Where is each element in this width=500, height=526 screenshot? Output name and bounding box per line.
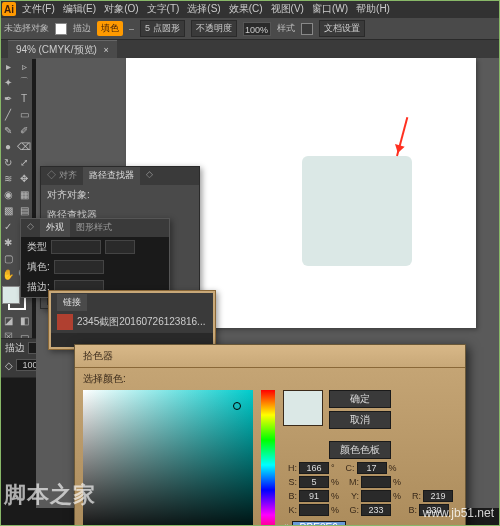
k-label: K: <box>283 505 297 515</box>
type-select[interactable] <box>51 240 101 254</box>
menu-select[interactable]: 选择(S) <box>185 2 222 16</box>
tab-align[interactable]: ◇ 对齐 <box>41 167 83 185</box>
menu-bar: Ai 文件(F) 编辑(E) 对象(O) 文字(T) 选择(S) 效果(C) 视… <box>0 0 500 18</box>
menu-edit[interactable]: 编辑(E) <box>61 2 98 16</box>
k-input[interactable] <box>299 504 329 516</box>
current-color-swatch <box>283 390 323 426</box>
appearance-panel: ◇ 外观 图形样式 类型 填色: 描边: <box>20 218 170 298</box>
fill-swatch[interactable] <box>55 23 67 35</box>
b-input[interactable]: 91 <box>299 490 329 502</box>
menu-window[interactable]: 窗口(W) <box>310 2 350 16</box>
brush-tool-icon[interactable]: ✎ <box>0 122 16 138</box>
wand-tool-icon[interactable]: ✦ <box>0 74 16 90</box>
lasso-tool-icon[interactable]: ⌒ <box>16 74 32 90</box>
doc-setup-button[interactable]: 文档设置 <box>319 20 365 37</box>
width-tool-icon[interactable]: ≋ <box>0 170 16 186</box>
menu-effect[interactable]: 效果(C) <box>227 2 265 16</box>
document-tab[interactable]: 94% (CMYK/预览) × <box>8 40 117 59</box>
doc-zoom: 94% <box>16 44 36 55</box>
artboard-tool-icon[interactable]: ▢ <box>0 250 16 266</box>
sv-cursor-icon <box>233 402 241 410</box>
ok-button[interactable]: 确定 <box>329 390 391 408</box>
doc-mode: (CMYK/预览) <box>39 44 97 55</box>
links-panel: 链接 2345截图20160726123816... <box>48 290 216 350</box>
menu-object[interactable]: 对象(O) <box>102 2 140 16</box>
sat-val-field[interactable] <box>83 390 253 526</box>
cancel-button[interactable]: 取消 <box>329 411 391 429</box>
r-label: R: <box>407 491 421 501</box>
free-tool-icon[interactable]: ✥ <box>16 170 32 186</box>
link-thumb-icon <box>57 314 73 330</box>
type-label: 类型 <box>27 240 47 254</box>
selection-label: 未选择对象 <box>4 22 49 35</box>
weight-value: – <box>129 24 134 34</box>
g-input[interactable]: 233 <box>361 504 391 516</box>
close-icon[interactable]: × <box>103 45 108 55</box>
persp-tool-icon[interactable]: ▦ <box>16 186 32 202</box>
picker-select-label: 选择颜色: <box>75 368 465 390</box>
color-picker-dialog: 拾色器 选择颜色: 确定 取消 颜色色板 H:166° C:17% <box>74 344 466 526</box>
fill-box-icon[interactable] <box>2 286 20 304</box>
rect-tool-icon[interactable]: ▭ <box>16 106 32 122</box>
hex-input[interactable]: DBE8E6 <box>292 521 346 526</box>
fill-select[interactable] <box>54 260 104 274</box>
menu-help[interactable]: 帮助(H) <box>354 2 392 16</box>
pen-tool-icon[interactable]: ✒ <box>0 90 16 106</box>
tab-pathfinder[interactable]: 路径查找器 <box>83 167 140 185</box>
type-tool-icon[interactable]: T <box>16 90 32 106</box>
opacity-value[interactable]: 100% <box>243 22 271 36</box>
y-unit: % <box>393 491 401 501</box>
c-input[interactable]: 17 <box>357 462 387 474</box>
menu-view[interactable]: 视图(V) <box>269 2 306 16</box>
opac-lbl: ◇ <box>5 360 13 371</box>
menu-type[interactable]: 文字(T) <box>145 2 182 16</box>
watermark-url: www.jb51.net <box>423 506 494 520</box>
bl-label: B: <box>403 505 417 515</box>
pencil-tool-icon[interactable]: ✐ <box>16 122 32 138</box>
style-swatch[interactable] <box>301 23 313 35</box>
type-select2[interactable] <box>105 240 135 254</box>
gradient-tool-icon[interactable]: ▤ <box>16 202 32 218</box>
s-label: S: <box>283 477 297 487</box>
opacity-select[interactable]: 不透明度 <box>191 20 237 37</box>
style-label: 样式 <box>277 22 295 35</box>
stroke-label: 描边 <box>73 22 91 35</box>
brush-select[interactable]: 5 点圆形 <box>140 20 185 37</box>
shape-tool-icon[interactable]: ◉ <box>0 186 16 202</box>
line-tool-icon[interactable]: ╱ <box>0 106 16 122</box>
eraser-tool-icon[interactable]: ⌫ <box>16 138 32 154</box>
swatches-button[interactable]: 颜色色板 <box>329 441 391 459</box>
s-input[interactable]: 5 <box>299 476 329 488</box>
r-input[interactable]: 219 <box>423 490 453 502</box>
mesh-tool-icon[interactable]: ▩ <box>0 202 16 218</box>
menu-file[interactable]: 文件(F) <box>20 2 57 16</box>
gradient-mode-icon[interactable]: ◧ <box>16 312 32 328</box>
tab-graphstyle[interactable]: 图形样式 <box>70 219 118 237</box>
hand-tool-icon[interactable]: ✋ <box>0 266 16 282</box>
m-input[interactable] <box>361 476 391 488</box>
color-mode-icon[interactable]: ◪ <box>0 312 16 328</box>
tab-diamond[interactable]: ◇ <box>140 167 159 185</box>
eyedrop-tool-icon[interactable]: ✓ <box>0 218 16 234</box>
direct-select-tool-icon[interactable]: ▹ <box>16 58 32 74</box>
rotate-tool-icon[interactable]: ↻ <box>0 154 16 170</box>
y-label: Y: <box>345 491 359 501</box>
symbol-tool-icon[interactable]: ✱ <box>0 234 16 250</box>
fill-button[interactable]: 填色 <box>97 21 123 36</box>
h-input[interactable]: 166 <box>299 462 329 474</box>
tab-appearance[interactable]: 外观 <box>40 219 70 237</box>
k-unit: % <box>331 505 339 515</box>
link-filename: 2345截图20160726123816... <box>77 315 205 329</box>
tab-links[interactable]: 链接 <box>57 294 87 311</box>
options-bar: 未选择对象 描边 填色 – 5 点圆形 不透明度 100% 样式 文档设置 <box>0 18 500 40</box>
rounded-rect-shape[interactable] <box>302 156 412 266</box>
y-input[interactable] <box>361 490 391 502</box>
tab-d1[interactable]: ◇ <box>21 219 40 237</box>
selection-tool-icon[interactable]: ▸ <box>0 58 16 74</box>
h-label: H: <box>283 463 297 473</box>
blob-tool-icon[interactable]: ● <box>0 138 16 154</box>
scale-tool-icon[interactable]: ⤢ <box>16 154 32 170</box>
hue-slider[interactable] <box>261 390 275 526</box>
b-unit: % <box>331 491 339 501</box>
link-row[interactable]: 2345截图20160726123816... <box>51 311 213 333</box>
